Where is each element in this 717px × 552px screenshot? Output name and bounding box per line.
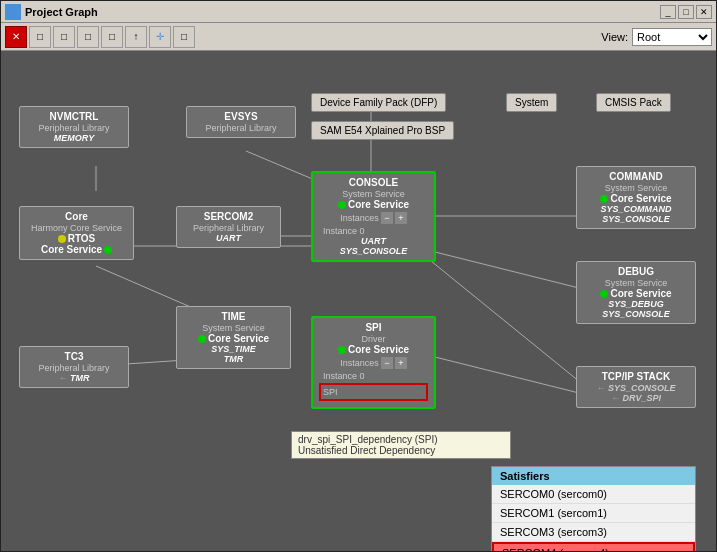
nvmctrl-title: NVMCTRL: [26, 111, 122, 122]
close-button[interactable]: ✕: [696, 5, 712, 19]
sam-bsp-button[interactable]: SAM E54 Xplained Pro BSP: [311, 121, 454, 140]
evsys-type: Peripheral Library: [193, 123, 289, 133]
command-title: COMMAND: [583, 171, 689, 182]
sercom2-service: UART: [183, 233, 274, 243]
time-service-dot: [198, 335, 206, 343]
tool-btn-1[interactable]: □: [29, 26, 51, 48]
window-title: Project Graph: [25, 6, 98, 18]
view-section: View: Root: [601, 28, 712, 46]
time-systime: SYS_TIME: [183, 344, 284, 354]
canvas-area: NVMCTRL Peripheral Library MEMORY EVSYS …: [1, 51, 716, 551]
core-type: Harmony Core Service: [26, 223, 127, 233]
command-node[interactable]: COMMAND System Service Core Service SYS_…: [576, 166, 696, 229]
tool-btn-4[interactable]: □: [101, 26, 123, 48]
satisfiers-dropdown: Satisfiers SERCOM0 (sercom0) SERCOM1 (se…: [491, 466, 696, 551]
core-title: Core: [26, 211, 127, 222]
time-type: System Service: [183, 323, 284, 333]
view-select[interactable]: Root: [632, 28, 712, 46]
title-bar-buttons: _ □ ✕: [660, 5, 712, 19]
dropdown-item-sercom3[interactable]: SERCOM3 (sercom3): [492, 523, 695, 542]
time-tmr: TMR: [183, 354, 284, 364]
debug-sysconsole: SYS_CONSOLE: [583, 309, 689, 319]
cmsis-button[interactable]: CMSIS Pack: [596, 93, 671, 112]
svg-line-6: [431, 251, 591, 291]
maximize-button[interactable]: □: [678, 5, 694, 19]
spi-type: Driver: [319, 334, 428, 344]
tool-btn-2[interactable]: □: [53, 26, 75, 48]
console-service-dot: [338, 201, 346, 209]
console-instances-plus[interactable]: +: [395, 212, 407, 224]
spi-service-dot: [338, 346, 346, 354]
evsys-title: EVSYS: [193, 111, 289, 122]
spi-title: SPI: [319, 322, 428, 333]
project-graph-window: Project Graph _ □ ✕ ✕ □ □ □ □ ↑ ✛ □ View…: [0, 0, 717, 552]
tcpip-node[interactable]: TCP/IP STACK ← SYS_CONSOLE ← DRV_SPI: [576, 366, 696, 408]
console-instances-minus[interactable]: −: [381, 212, 393, 224]
nvmctrl-type: Peripheral Library: [26, 123, 122, 133]
tc3-service: ← TMR: [26, 373, 122, 383]
dropdown-item-sercom0[interactable]: SERCOM0 (sercom0): [492, 485, 695, 504]
debug-coreservice: Core Service: [583, 288, 689, 299]
dropdown-item-sercom4[interactable]: SERCOM4 (sercom4): [492, 542, 695, 551]
tool-btn-5[interactable]: ↑: [125, 26, 147, 48]
core-rtos-dot: [58, 235, 66, 243]
core-service-dot: [104, 246, 112, 254]
tool-btn-3[interactable]: □: [77, 26, 99, 48]
close-tool-button[interactable]: ✕: [5, 26, 27, 48]
dropdown-item-sercom1[interactable]: SERCOM1 (sercom1): [492, 504, 695, 523]
tooltip-line1: drv_spi_SPI_dependency (SPI): [298, 434, 504, 445]
window-icon: [5, 4, 21, 20]
tcpip-service1: ← SYS_CONSOLE: [583, 383, 689, 393]
sercom2-type: Peripheral Library: [183, 223, 274, 233]
debug-sysdebug: SYS_DEBUG: [583, 299, 689, 309]
time-node[interactable]: TIME System Service Core Service SYS_TIM…: [176, 306, 291, 369]
sercom2-title: SERCOM2: [183, 211, 274, 222]
console-node[interactable]: CONSOLE System Service Core Service Inst…: [311, 171, 436, 262]
tc3-type: Peripheral Library: [26, 363, 122, 373]
tooltip-box: drv_spi_SPI_dependency (SPI) Unsatisfied…: [291, 431, 511, 459]
spi-instances-row: Instances − +: [319, 357, 428, 369]
debug-type: System Service: [583, 278, 689, 288]
spi-instances-plus[interactable]: +: [395, 357, 407, 369]
command-syscommand: SYS_COMMAND: [583, 204, 689, 214]
core-node[interactable]: Core Harmony Core Service RTOS Core Serv…: [19, 206, 134, 260]
tc3-title: TC3: [26, 351, 122, 362]
svg-line-7: [431, 261, 591, 391]
time-title: TIME: [183, 311, 284, 322]
view-label: View:: [601, 31, 628, 43]
tc3-node[interactable]: TC3 Peripheral Library ← TMR: [19, 346, 129, 388]
command-sysconsole: SYS_CONSOLE: [583, 214, 689, 224]
tool-btn-6[interactable]: ✛: [149, 26, 171, 48]
console-sysconsole: SYS_CONSOLE: [319, 246, 428, 256]
core-coreservice: Core Service: [26, 244, 127, 255]
debug-service-dot: [600, 290, 608, 298]
console-title: CONSOLE: [319, 177, 428, 188]
core-rtos: RTOS: [26, 233, 127, 244]
tcpip-service2: ← DRV_SPI: [583, 393, 689, 403]
command-coreservice: Core Service: [583, 193, 689, 204]
dfp-button[interactable]: Device Family Pack (DFP): [311, 93, 446, 112]
command-type: System Service: [583, 183, 689, 193]
console-uart: UART: [319, 236, 428, 246]
spi-instance0: Instance 0: [319, 371, 428, 381]
spi-coreservice: Core Service: [319, 344, 428, 355]
console-type: System Service: [319, 189, 428, 199]
debug-node[interactable]: DEBUG System Service Core Service SYS_DE…: [576, 261, 696, 324]
command-service-dot: [600, 195, 608, 203]
sercom2-node[interactable]: SERCOM2 Peripheral Library UART: [176, 206, 281, 248]
debug-title: DEBUG: [583, 266, 689, 277]
tooltip-line2: Unsatisfied Direct Dependency: [298, 445, 504, 456]
tool-btn-7[interactable]: □: [173, 26, 195, 48]
console-instances-row: Instances − +: [319, 212, 428, 224]
toolbar: ✕ □ □ □ □ ↑ ✛ □ View: Root: [1, 23, 716, 51]
tcpip-title: TCP/IP STACK: [583, 371, 689, 382]
evsys-node[interactable]: EVSYS Peripheral Library: [186, 106, 296, 138]
minimize-button[interactable]: _: [660, 5, 676, 19]
spi-instances-minus[interactable]: −: [381, 357, 393, 369]
system-button[interactable]: System: [506, 93, 557, 112]
dropdown-header: Satisfiers: [492, 467, 695, 485]
nvmctrl-node[interactable]: NVMCTRL Peripheral Library MEMORY: [19, 106, 129, 148]
title-bar: Project Graph _ □ ✕: [1, 1, 716, 23]
spi-dependency-indicator: SPI: [319, 383, 428, 401]
spi-node[interactable]: SPI Driver Core Service Instances − + In…: [311, 316, 436, 409]
